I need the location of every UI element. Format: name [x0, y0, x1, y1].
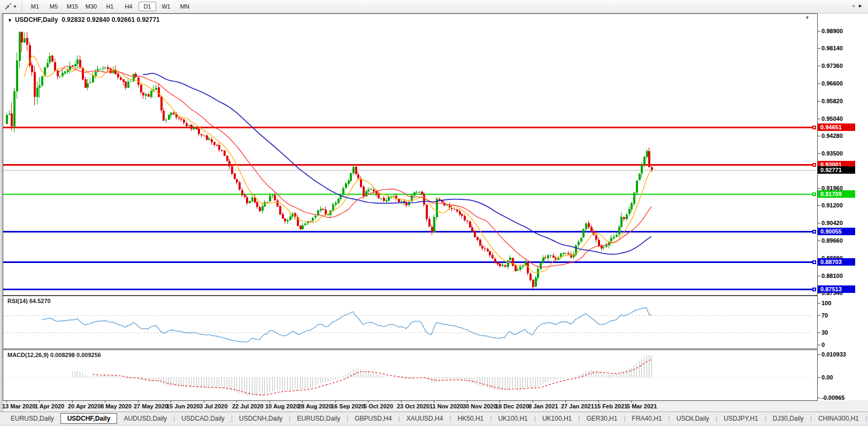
- chart-tool-icon[interactable]: [3, 2, 12, 11]
- chart-tab-usdjpy-h1[interactable]: USDJPY,H1: [717, 413, 764, 424]
- price-tick-mark: [818, 188, 820, 189]
- date-tick-label: 16 Sep 2020: [331, 403, 365, 409]
- chart-tab-xauusd-h4[interactable]: XAUUSD,H4: [400, 413, 450, 424]
- level-price-label: 0.91709: [818, 190, 855, 198]
- chart-tab-usdcad-daily[interactable]: USDCAD,Daily: [175, 413, 231, 424]
- level-line-handle[interactable]: [812, 230, 816, 234]
- price-chart-canvas[interactable]: [3, 14, 816, 294]
- date-tick-mark: [236, 401, 237, 402]
- rsi-tick-mark: [818, 303, 820, 304]
- mt4-window: ▼ M1M5M15M30H1H4D1W1MN ▼USDCHF,Daily 0.9…: [0, 0, 868, 426]
- level-price-label: 0.87513: [818, 285, 855, 293]
- date-tick-mark: [500, 401, 500, 402]
- timeframe-button-m5[interactable]: M5: [45, 2, 63, 11]
- date-tick-label: 10 Aug 2020: [265, 403, 299, 409]
- chart-tool-dropdown-icon[interactable]: ▼: [13, 4, 17, 9]
- date-tick-label: 27 May 2020: [134, 403, 168, 409]
- rsi-tick-label: 70: [821, 312, 828, 319]
- chart-tab-dj30-daily[interactable]: DJ30,Daily: [766, 413, 810, 424]
- date-tick-label: 18 Dec 2020: [495, 403, 529, 409]
- tab-scroll-left-icon[interactable]: ◄: [850, 3, 858, 9]
- timeframe-button-m15[interactable]: M15: [64, 2, 81, 11]
- level-price-label: 0.94651: [818, 123, 855, 131]
- timeframe-button-m30[interactable]: M30: [82, 2, 100, 11]
- chart-tab-usdchf-daily[interactable]: USDCHF,Daily: [60, 413, 118, 424]
- rsi-tick-mark: [818, 345, 820, 345]
- date-tick-label: 23 Oct 2020: [397, 403, 429, 409]
- chart-shift-icon[interactable]: ▼: [805, 15, 810, 20]
- macd-label: MACD(12,26,9) 0.008298 0.009256: [7, 352, 101, 358]
- timeframe-button-h4[interactable]: H4: [120, 2, 137, 11]
- date-axis[interactable]: 13 Mar 20201 Apr 202020 Apr 20208 May 20…: [3, 401, 868, 411]
- date-tick-mark: [270, 401, 270, 402]
- chart-tab-eurusd-daily[interactable]: EURUSD,Daily: [290, 413, 347, 424]
- chart-tab-usoil-daily[interactable]: USOil,Daily: [670, 413, 716, 424]
- date-tick-label: 28 Aug 2020: [298, 403, 332, 409]
- date-tick-label: 15 Feb 2021: [594, 403, 627, 409]
- macd-panel: MACD(12,26,9) 0.008298 0.009256: [3, 350, 818, 401]
- date-tick-mark: [39, 401, 40, 402]
- date-tick-mark: [204, 401, 204, 402]
- price-tick-mark: [818, 48, 820, 49]
- price-tick-label: 0.95820: [821, 98, 843, 104]
- price-axis[interactable]: 0.989000.981400.973600.966000.958200.950…: [818, 13, 868, 400]
- price-tick-mark: [818, 293, 820, 293]
- price-tick-mark: [818, 205, 820, 206]
- chart-tab-uk100-h1[interactable]: UK100,H1: [491, 413, 534, 424]
- chart-tab-usdcnh-daily[interactable]: USDCNH,Daily: [233, 413, 289, 424]
- level-line-handle[interactable]: [812, 163, 816, 167]
- chart-symbol-period: USDCHF,Daily: [15, 16, 58, 24]
- level-line-handle[interactable]: [812, 260, 816, 264]
- price-tick-label: 0.91200: [821, 202, 843, 208]
- tab-scroll-right-icon[interactable]: ►: [858, 3, 865, 9]
- chart-tab-fra40-h1[interactable]: FRA40,H1: [626, 413, 669, 424]
- level-price-label: 0.88703: [818, 258, 855, 266]
- level-line-handle[interactable]: [812, 288, 816, 291]
- price-tick-label: 0.88100: [821, 273, 843, 279]
- price-tick-mark: [818, 223, 820, 223]
- rsi-canvas[interactable]: [3, 296, 816, 347]
- timeframe-button-w1[interactable]: W1: [157, 2, 175, 11]
- chart-tab-hk50-h1[interactable]: HK50,H1: [451, 413, 490, 424]
- price-tick-label: 0.95040: [821, 115, 843, 122]
- level-price-label: 0.90055: [818, 228, 855, 235]
- rsi-tick-mark: [818, 332, 820, 333]
- date-tick-label: 5 Mar 2021: [627, 403, 657, 409]
- chart-tab-gbpusd-h4[interactable]: GBPUSD,H4: [348, 413, 398, 424]
- chart-tab-audusd-daily[interactable]: AUDUSD,Daily: [117, 413, 173, 424]
- level-line-handle[interactable]: [812, 192, 816, 196]
- timeframe-button-d1[interactable]: D1: [139, 2, 156, 11]
- macd-tick-mark: [818, 354, 820, 355]
- timeframe-button-m1[interactable]: M1: [26, 2, 44, 11]
- date-tick-label: 3 Jul 2020: [199, 403, 228, 409]
- date-tick-mark: [105, 401, 105, 402]
- date-tick-mark: [631, 401, 632, 402]
- collapse-icon[interactable]: ▼: [7, 18, 12, 23]
- toolbar: ▼ M1M5M15M30H1H4D1W1MN: [0, 0, 868, 13]
- chart-tab-eurusd-daily[interactable]: EURUSD,Daily: [4, 413, 60, 424]
- level-line-handle[interactable]: [812, 126, 816, 129]
- macd-canvas[interactable]: [3, 350, 816, 399]
- chart-tab-uk100-h1[interactable]: UK100,H1: [536, 413, 578, 424]
- date-tick-mark: [434, 401, 434, 402]
- chart-tab-china300-h1[interactable]: CHINA300,H1: [812, 413, 865, 424]
- date-tick-label: 11 Nov 2020: [429, 403, 463, 409]
- price-tick-label: 0.93500: [821, 150, 843, 157]
- timeframe-button-h1[interactable]: H1: [101, 2, 119, 11]
- timeframe-toolbar: M1M5M15M30H1H4D1W1MN: [26, 2, 194, 11]
- date-tick-mark: [335, 401, 336, 402]
- rsi-panel: RSI(14) 64.5270: [3, 296, 818, 349]
- chart-tab-ger30-h1[interactable]: GER30,H1: [580, 413, 624, 424]
- price-tick-label: 0.97360: [821, 63, 843, 69]
- date-tick-label: 20 Apr 2020: [68, 403, 101, 409]
- date-tick-label: 27 Jan 2021: [561, 403, 594, 409]
- date-tick-mark: [302, 401, 303, 402]
- price-tick-label: 0.96600: [821, 80, 843, 87]
- price-tick-mark: [818, 31, 820, 32]
- macd-tick-mark: [818, 377, 820, 378]
- macd-tick-label: 0.00: [821, 374, 833, 381]
- timeframe-button-mn[interactable]: MN: [176, 2, 194, 11]
- date-tick-mark: [598, 401, 599, 402]
- date-tick-mark: [533, 401, 533, 402]
- date-tick-mark: [467, 401, 467, 402]
